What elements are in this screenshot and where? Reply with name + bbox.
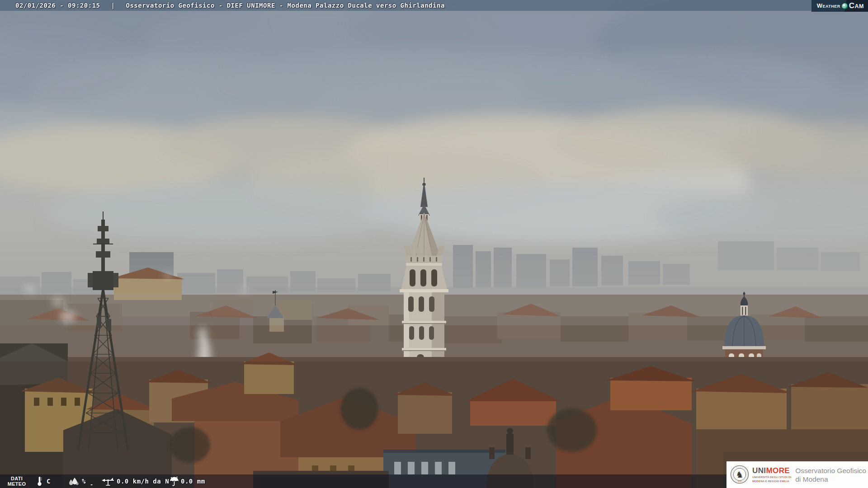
osd-top-bar: 02/01/2026 - 09:20:15 | Osservatorio Geo… bbox=[0, 0, 868, 11]
university-subtitle-line2: MODENA E REGGIO EMILIA bbox=[752, 480, 791, 483]
rain-value: 0.0 mm bbox=[181, 474, 205, 488]
camera-lens-icon bbox=[842, 3, 848, 9]
webcam-frame: 02/01/2026 - 09:20:15 | Osservatorio Geo… bbox=[0, 0, 868, 488]
clouds bbox=[0, 0, 868, 244]
humidity-unit: % bbox=[82, 474, 86, 488]
unimore-seal-icon: ♞ 1175 bbox=[730, 465, 749, 485]
weathercam-logo: Weather Cam bbox=[811, 0, 868, 12]
observatory-name: Osservatorio Geofisico di Modena bbox=[795, 466, 866, 483]
wind-value: 0.0 km/h da N bbox=[117, 474, 169, 488]
observatory-name-line1: Osservatorio Geofisico bbox=[795, 466, 866, 475]
seal-knight-glyph: ♞ bbox=[736, 469, 743, 479]
separator: | bbox=[111, 2, 115, 9]
thermometer-icon bbox=[36, 476, 43, 487]
weathercam-word-weather: Weather bbox=[817, 0, 840, 12]
weathercam-word-cam: Cam bbox=[849, 0, 864, 12]
dati-meteo-label: DATI METEO bbox=[2, 474, 32, 488]
wind-vane-icon bbox=[101, 476, 115, 487]
seal-year: 1175 bbox=[738, 480, 742, 482]
cityscape-photo bbox=[0, 0, 868, 488]
unimore-logo-box: ♞ 1175 UNIMORE UNIVERSITÀ DEGLI STUDI DI… bbox=[726, 461, 868, 488]
brand-more: MORE bbox=[766, 466, 790, 475]
humidity-icon bbox=[67, 476, 80, 487]
university-subtitle-line1: UNIVERSITÀ DEGLI STUDI DI bbox=[752, 476, 791, 479]
temperature-unit: C bbox=[47, 474, 51, 488]
observatory-name-line2: di Modena bbox=[795, 475, 866, 483]
brand-uni: UNI bbox=[752, 466, 766, 475]
rain-umbrella-icon bbox=[169, 476, 179, 487]
unimore-wordmark: UNIMORE UNIVERSITÀ DEGLI STUDI DI MODENA… bbox=[752, 467, 791, 483]
timestamp: 02/01/2026 - 09:20:15 bbox=[15, 2, 100, 9]
humidity-value: - bbox=[90, 474, 93, 488]
camera-title: Osservatorio Geofisico - DIEF UNIMORE - … bbox=[126, 2, 444, 9]
